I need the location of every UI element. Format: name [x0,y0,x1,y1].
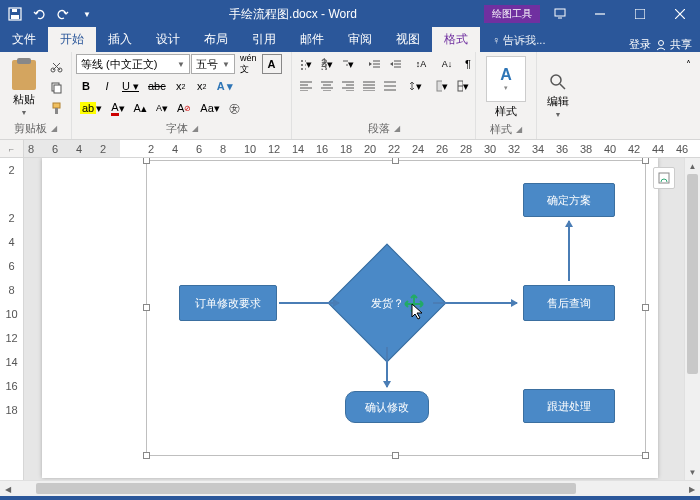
resize-handle-tm[interactable] [392,158,399,164]
resize-handle-rm[interactable] [642,304,649,311]
align-distribute-button[interactable] [380,76,400,96]
shrink-font-button[interactable]: A▾ [152,98,172,118]
superscript-button[interactable]: x2 [192,76,212,96]
borders-button[interactable]: ▾ [453,76,473,96]
scroll-thumb-v[interactable] [687,174,698,374]
resize-handle-lm[interactable] [143,304,150,311]
increase-indent-button[interactable] [385,54,405,74]
line-spacing-button[interactable]: ▾ [406,76,426,96]
tab-file[interactable]: 文件 [0,27,48,52]
arrow-3[interactable] [568,221,570,281]
document-canvas[interactable]: 订单修改要求 发货？ 确定方案 售后查询 确认修改 跟进处理 [24,158,684,480]
clipboard-launcher[interactable]: ◢ [51,124,57,133]
align-left-button[interactable] [296,76,316,96]
editing-button[interactable]: 编辑 ▼ [541,70,575,120]
bullets-button[interactable]: ▾ [296,54,316,74]
grow-font-button[interactable]: A▴ [130,98,151,118]
align-right-button[interactable] [338,76,358,96]
resize-handle-tl[interactable] [143,158,150,164]
paragraph-launcher[interactable]: ◢ [394,124,400,133]
paste-button[interactable]: 粘贴 ▼ [4,56,44,118]
phonetic-guide-button[interactable]: wén文 [236,54,261,74]
multilevel-list-button[interactable]: ▾ [338,54,358,74]
shading-button[interactable]: ▾ [432,76,452,96]
decrease-indent-button[interactable] [364,54,384,74]
cut-button[interactable] [46,56,67,76]
resize-handle-tr[interactable] [642,158,649,164]
flowchart-node-followup[interactable]: 跟进处理 [523,389,615,423]
redo-button[interactable] [52,3,74,25]
vertical-ruler[interactable]: 224681012141618 [0,158,24,480]
collapse-ribbon-button[interactable]: ˄ [678,54,698,74]
tab-references[interactable]: 引用 [240,27,288,52]
tell-me[interactable]: ♀ 告诉我... [480,29,557,52]
font-size-combo[interactable]: 五号▼ [191,54,235,74]
clear-formatting-button[interactable]: A⊘ [173,98,195,118]
flowchart-node-decision[interactable]: 发货？ [345,261,429,345]
tab-mailings[interactable]: 邮件 [288,27,336,52]
character-border-button[interactable]: A [262,54,282,74]
bold-button[interactable]: B [76,76,96,96]
italic-button[interactable]: I [97,76,117,96]
scroll-left-button[interactable]: ◀ [0,481,16,497]
enclose-char-button[interactable]: ㊛ [225,98,245,118]
close-button[interactable] [660,0,700,28]
styles-button[interactable]: A▾ 样式 [480,54,532,121]
horizontal-ruler[interactable]: 8642246810121416182022242628303234363840… [24,140,700,158]
underline-button[interactable]: U ▾ [118,76,143,96]
scroll-down-button[interactable]: ▼ [685,464,700,480]
text-direction-button[interactable]: ↕A [411,54,431,74]
tab-format[interactable]: 格式 [432,27,480,52]
scroll-up-button[interactable]: ▲ [685,158,700,174]
tab-home[interactable]: 开始 [48,27,96,52]
highlight-button[interactable]: ab▾ [76,98,106,118]
ruler-corner[interactable]: ⌐ [0,140,24,158]
flowchart-node-confirm[interactable]: 确认修改 [345,391,429,423]
login-link[interactable]: 登录 [629,37,651,52]
arrow-1[interactable] [279,302,339,304]
ribbon-options-button[interactable] [540,0,580,28]
flowchart-node-query[interactable]: 售后查询 [523,285,615,321]
qat-customize[interactable]: ▼ [76,3,98,25]
tab-design[interactable]: 设计 [144,27,192,52]
resize-handle-bm[interactable] [392,452,399,459]
sort-button[interactable]: A↓ [437,54,457,74]
arrow-2[interactable] [433,302,517,304]
font-color-button[interactable]: A▾ [107,98,128,118]
tab-layout[interactable]: 布局 [192,27,240,52]
align-center-button[interactable] [317,76,337,96]
vertical-scrollbar[interactable]: ▲ ▼ [684,158,700,480]
subscript-button[interactable]: x2 [171,76,191,96]
tab-view[interactable]: 视图 [384,27,432,52]
copy-button[interactable] [46,77,67,97]
window-title: 手绘流程图.docx - Word [102,6,484,23]
share-button[interactable]: 共享 [655,37,692,52]
format-painter-button[interactable] [46,98,67,118]
flowchart-node-request[interactable]: 订单修改要求 [179,285,277,321]
resize-handle-br[interactable] [642,452,649,459]
font-launcher[interactable]: ◢ [192,124,198,133]
save-button[interactable] [4,3,26,25]
group-editing: 编辑 ▼ [537,52,579,139]
tab-review[interactable]: 审阅 [336,27,384,52]
tab-insert[interactable]: 插入 [96,27,144,52]
text-effects-button[interactable]: A ▾ [213,76,238,96]
scroll-thumb-h[interactable] [36,483,576,494]
strikethrough-button[interactable]: abc [144,76,170,96]
layout-options-button[interactable] [653,167,675,189]
font-name-combo[interactable]: 等线 (中文正文)▼ [76,54,190,74]
styles-launcher[interactable]: ◢ [516,125,522,134]
arrow-4[interactable] [386,347,388,387]
drawing-canvas[interactable]: 订单修改要求 发货？ 确定方案 售后查询 确认修改 跟进处理 [146,160,646,456]
resize-handle-bl[interactable] [143,452,150,459]
horizontal-scrollbar[interactable]: ◀ ▶ [0,480,700,496]
show-marks-button[interactable]: ¶ [458,54,478,74]
undo-button[interactable] [28,3,50,25]
numbering-button[interactable]: 123▾ [317,54,337,74]
flowchart-node-plan[interactable]: 确定方案 [523,183,615,217]
change-case-button[interactable]: Aa▾ [196,98,223,118]
minimize-button[interactable] [580,0,620,28]
maximize-button[interactable] [620,0,660,28]
align-justify-button[interactable] [359,76,379,96]
scroll-right-button[interactable]: ▶ [684,481,700,497]
